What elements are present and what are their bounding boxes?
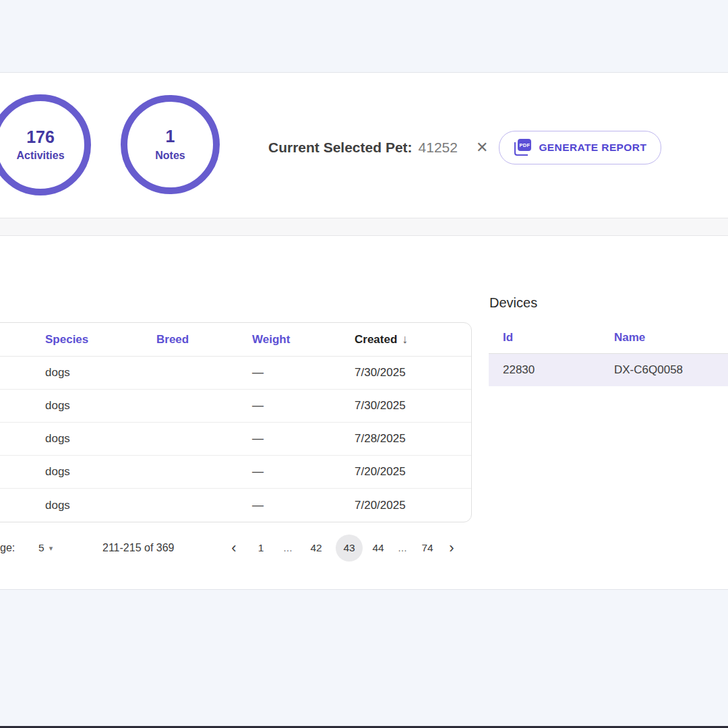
device-name: DX-C6Q0058 <box>614 363 728 377</box>
column-header-name[interactable]: Name <box>614 331 728 344</box>
page-button-44[interactable]: 44 <box>369 533 387 563</box>
pets-table-header-row: Species Breed Weight Created ↓ <box>0 323 471 357</box>
selected-pet-value: 41252 <box>419 140 458 156</box>
next-page-button[interactable]: › <box>444 533 459 563</box>
cell-created: 7/28/2025 <box>355 432 471 446</box>
column-header-weight[interactable]: Weight <box>252 333 355 346</box>
page-button-74[interactable]: 74 <box>419 533 436 563</box>
table-row[interactable]: dogs — 7/20/2025 <box>0 489 471 522</box>
cell-created: 7/20/2025 <box>355 499 471 512</box>
rows-per-page-select[interactable]: 5 ▾ <box>38 533 53 563</box>
prev-page-button[interactable]: ‹ <box>226 533 241 563</box>
table-row[interactable]: dogs — 7/28/2025 <box>0 423 471 456</box>
table-row[interactable]: dogs — 7/30/2025 <box>0 390 471 423</box>
selected-pet-bar: Current Selected Pet: 41252 ✕ PDF GENERA… <box>268 130 661 165</box>
cell-weight: — <box>252 399 355 413</box>
pagination-range-text: 211-215 of 369 <box>102 533 174 563</box>
device-row-selected[interactable]: 22830 DX-C6Q0058 <box>489 354 728 386</box>
pdf-icon: PDF <box>514 139 531 156</box>
notes-stat-circle: 1 Notes <box>121 95 220 194</box>
cell-created: 7/20/2025 <box>355 465 471 479</box>
created-header-label: Created <box>355 333 397 346</box>
cell-created: 7/30/2025 <box>355 399 471 413</box>
page-button-42[interactable]: 42 <box>307 533 325 563</box>
rows-per-page-label: ge: <box>0 533 15 563</box>
cell-weight: — <box>252 366 355 380</box>
cell-created: 7/30/2025 <box>355 366 471 380</box>
selected-pet-label: Current Selected Pet: <box>268 140 413 156</box>
section-divider-strip <box>0 218 728 236</box>
page-ellipsis: … <box>280 533 295 563</box>
bottom-page-band <box>0 589 728 728</box>
pagination-bar: ge: 5 ▾ 211-215 of 369 ‹ 1 … 42 43 44 … … <box>0 533 479 563</box>
cell-weight: — <box>252 465 355 479</box>
page-button-1[interactable]: 1 <box>252 533 270 563</box>
cell-weight: — <box>252 432 355 446</box>
cell-species: dogs <box>45 465 156 479</box>
pdf-icon-badge: PDF <box>518 139 531 151</box>
devices-panel-title: Devices <box>489 295 537 311</box>
devices-header-row: Id Name <box>489 322 728 354</box>
pets-table-card: Species Breed Weight Created ↓ dogs — 7/… <box>0 322 472 522</box>
device-id: 22830 <box>503 363 614 377</box>
cell-species: dogs <box>45 366 156 380</box>
cell-species: dogs <box>45 399 156 413</box>
column-header-created[interactable]: Created ↓ <box>355 332 471 346</box>
table-row[interactable]: dogs — 7/30/2025 <box>0 357 471 390</box>
clear-selected-pet-icon[interactable]: ✕ <box>476 140 488 155</box>
page-ellipsis: … <box>395 533 410 563</box>
activities-label: Activities <box>16 150 64 162</box>
generate-report-button[interactable]: PDF GENERATE REPORT <box>499 131 661 164</box>
notes-label: Notes <box>155 150 185 162</box>
activities-stat-circle: 176 Activities <box>0 94 91 195</box>
dropdown-caret-icon: ▾ <box>49 533 53 563</box>
top-page-band <box>0 0 728 73</box>
activities-count: 176 <box>26 128 55 147</box>
column-header-breed[interactable]: Breed <box>156 333 252 346</box>
rows-per-page-value: 5 <box>38 533 44 563</box>
cell-species: dogs <box>45 432 156 446</box>
notes-count: 1 <box>166 127 175 146</box>
pet-dashboard-page: 176 Activities 1 Notes Current Selected … <box>0 0 728 728</box>
column-header-species[interactable]: Species <box>45 333 156 346</box>
generate-report-label: GENERATE REPORT <box>539 142 646 154</box>
table-row[interactable]: dogs — 7/20/2025 <box>0 456 471 489</box>
sort-desc-icon[interactable]: ↓ <box>402 332 408 346</box>
column-header-id[interactable]: Id <box>503 331 614 344</box>
devices-table: Id Name 22830 DX-C6Q0058 <box>489 322 728 386</box>
cell-species: dogs <box>45 499 156 512</box>
cell-weight: — <box>252 499 355 512</box>
current-page-button[interactable]: 43 <box>336 535 363 562</box>
